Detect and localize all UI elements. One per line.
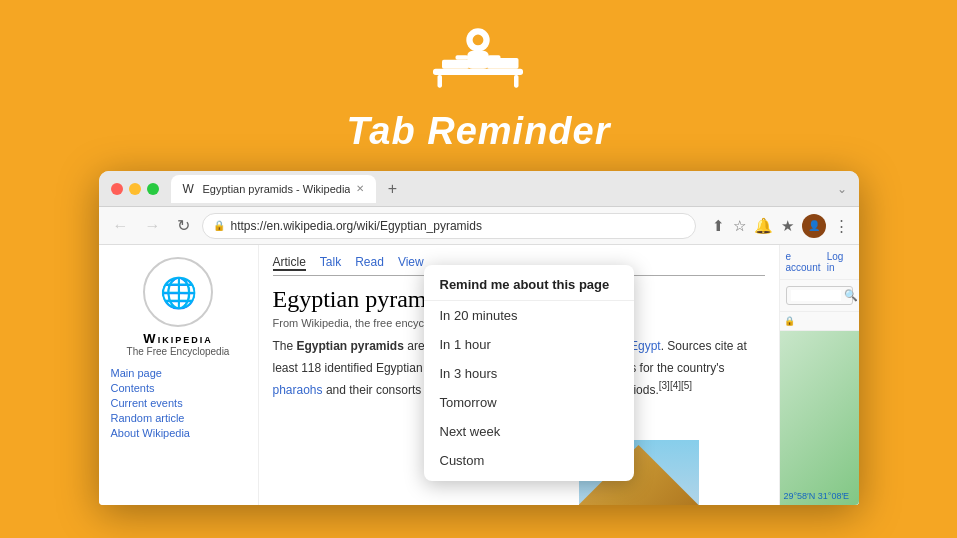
toolbar-icons: ⬆ ☆ 🔔 ★ 👤 ⋮ <box>712 214 849 238</box>
wiki-search-input[interactable] <box>791 290 841 301</box>
forward-button[interactable]: → <box>141 215 165 237</box>
svg-point-1 <box>472 34 485 47</box>
share-icon[interactable]: ⬆ <box>712 217 725 235</box>
avatar[interactable]: 👤 <box>802 214 826 238</box>
remind-custom[interactable]: Custom <box>424 446 634 475</box>
traffic-light-maximize[interactable] <box>147 183 159 195</box>
svg-rect-9 <box>488 55 501 60</box>
bell-icon[interactable]: 🔔 <box>754 217 773 235</box>
remind-1hour[interactable]: In 1 hour <box>424 330 634 359</box>
wiki-tagline: The Free Encyclopedia <box>127 346 230 357</box>
tab-favicon: W <box>183 182 197 196</box>
remind-3hours[interactable]: In 3 hours <box>424 359 634 388</box>
svg-rect-4 <box>438 75 443 88</box>
extensions-icon[interactable]: ★ <box>781 217 794 235</box>
address-bar[interactable]: 🔒 https://en.wikipedia.org/wiki/Egyptian… <box>202 213 696 239</box>
wiki-right-panel: e account Log in 🔍 🔒 29°58′N 31°08′E <box>779 245 859 505</box>
tab-title: Egyptian pyramids - Wikipedia <box>203 183 351 195</box>
remind-nextweek[interactable]: Next week <box>424 417 634 446</box>
browser-tab-wikipedia[interactable]: W Egyptian pyramids - Wikipedia ✕ <box>171 175 377 203</box>
wiki-nav-events[interactable]: Current events <box>111 397 246 409</box>
back-button[interactable]: ← <box>109 215 133 237</box>
context-menu: Remind me about this page In 20 minutes … <box>424 265 634 481</box>
context-menu-header: Remind me about this page <box>424 271 634 301</box>
browser-content: 🌐 Wikipedia The Free Encyclopedia Main p… <box>99 245 859 505</box>
wiki-search: 🔍 <box>780 280 859 312</box>
account-text[interactable]: e account <box>786 251 827 273</box>
wiki-tab-article[interactable]: Article <box>273 255 306 271</box>
svg-rect-8 <box>456 55 469 60</box>
article-strong: Egyptian pyramids <box>297 339 404 353</box>
wiki-tab-talk[interactable]: Talk <box>320 255 341 271</box>
traffic-light-close[interactable] <box>111 183 123 195</box>
wiki-map: 29°58′N 31°08′E <box>780 331 859 505</box>
wiki-globe-icon: 🌐 <box>143 257 213 327</box>
app-title: Tab Reminder <box>347 110 611 153</box>
new-tab-button[interactable]: + <box>380 177 404 201</box>
svg-rect-3 <box>433 69 523 75</box>
wiki-nav-about[interactable]: About Wikipedia <box>111 427 246 439</box>
svg-rect-2 <box>468 51 490 69</box>
wiki-lock: 🔒 <box>784 316 855 326</box>
tab-close-button[interactable]: ✕ <box>356 183 364 194</box>
tab-controls-chevron[interactable]: ⌄ <box>837 182 847 196</box>
wiki-nav-main[interactable]: Main page <box>111 367 246 379</box>
wiki-sidebar: 🌐 Wikipedia The Free Encyclopedia Main p… <box>99 245 259 505</box>
browser-window: W Egyptian pyramids - Wikipedia ✕ + ⌄ ← … <box>99 171 859 505</box>
traffic-lights <box>111 183 159 195</box>
search-icon: 🔍 <box>844 289 858 302</box>
wiki-name: Wikipedia <box>143 331 212 346</box>
header-area: Tab Reminder <box>347 0 611 153</box>
wiki-logo-area: 🌐 Wikipedia The Free Encyclopedia <box>111 257 246 357</box>
wiki-tab-view[interactable]: View <box>398 255 424 271</box>
browser-titlebar: W Egyptian pyramids - Wikipedia ✕ + ⌄ <box>99 171 859 207</box>
wiki-main: Article Talk Read View Egyptian pyramids… <box>259 245 779 505</box>
traffic-light-minimize[interactable] <box>129 183 141 195</box>
wiki-nav-contents[interactable]: Contents <box>111 382 246 394</box>
egypt-link[interactable]: Egypt <box>630 339 661 353</box>
bookmark-icon[interactable]: ☆ <box>733 217 746 235</box>
wiki-nav: Main page Contents Current events Random… <box>111 367 246 439</box>
pharaohs-link[interactable]: pharaohs <box>273 383 323 397</box>
remind-tomorrow[interactable]: Tomorrow <box>424 388 634 417</box>
tab-area: W Egyptian pyramids - Wikipedia ✕ + <box>171 175 837 203</box>
remind-20min[interactable]: In 20 minutes <box>424 301 634 330</box>
lock-icon: 🔒 <box>213 220 225 231</box>
address-text: https://en.wikipedia.org/wiki/Egyptian_p… <box>231 219 685 233</box>
wiki-right-account: e account Log in <box>780 245 859 280</box>
wiki-nav-random[interactable]: Random article <box>111 412 246 424</box>
app-logo <box>388 22 568 102</box>
refresh-button[interactable]: ↻ <box>173 214 194 237</box>
browser-addressbar: ← → ↻ 🔒 https://en.wikipedia.org/wiki/Eg… <box>99 207 859 245</box>
wiki-tab-read[interactable]: Read <box>355 255 384 271</box>
more-menu-icon[interactable]: ⋮ <box>834 217 849 235</box>
svg-rect-6 <box>442 60 469 69</box>
coords-text: 29°58′N 31°08′E <box>784 491 850 501</box>
login-link[interactable]: Log in <box>827 251 853 273</box>
svg-rect-5 <box>514 75 519 88</box>
